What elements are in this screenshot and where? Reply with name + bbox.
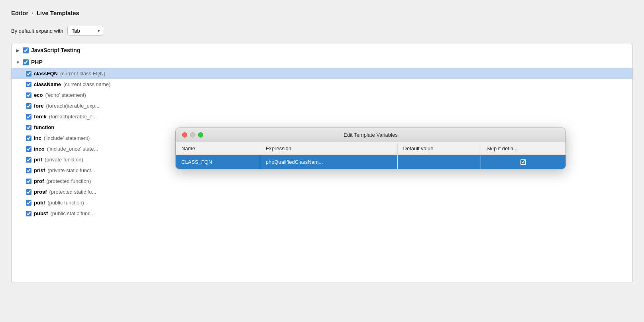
cell-class-fqn-name: CLASS_FQN bbox=[176, 155, 260, 169]
item-name-prosf: prosf bbox=[34, 189, 47, 195]
item-name-classFQN: classFQN bbox=[34, 71, 58, 77]
item-name-pubf: pubf bbox=[34, 200, 45, 206]
checkbox-function[interactable] bbox=[26, 125, 31, 130]
breadcrumb-editor: Editor bbox=[11, 10, 28, 16]
item-name-inc: inc bbox=[34, 135, 41, 141]
item-name-prisf: prisf bbox=[34, 167, 45, 173]
modal-title: Edit Template Variables bbox=[344, 132, 397, 138]
item-name-forek: forek bbox=[34, 114, 47, 120]
expand-icon-js: ▶ bbox=[16, 48, 20, 53]
checkbox-fore[interactable] bbox=[26, 103, 31, 109]
item-desc-className: (current class name) bbox=[63, 81, 110, 87]
item-desc-prof: (protected function) bbox=[46, 178, 91, 184]
col-expression: Expression bbox=[260, 142, 397, 155]
item-desc-inc: ('include' statement) bbox=[44, 135, 90, 141]
checkbox-prof[interactable] bbox=[26, 179, 31, 184]
col-name: Name bbox=[176, 142, 260, 155]
item-pubf[interactable]: pubf (public function) bbox=[12, 197, 632, 208]
item-fore[interactable]: fore (foreach(iterable_exp... bbox=[12, 100, 632, 111]
item-desc-pubf: (public function) bbox=[47, 200, 84, 206]
traffic-lights bbox=[182, 132, 203, 137]
modal-edit-template-variables[interactable]: Edit Template Variables Name Expression … bbox=[175, 128, 566, 169]
breadcrumb-live-templates: Live Templates bbox=[37, 10, 79, 16]
checkbox-prif[interactable] bbox=[26, 157, 31, 163]
cell-class-fqn-expression: phpQualifiedClassNam... bbox=[260, 155, 397, 169]
expand-label: By default expand with bbox=[11, 28, 63, 34]
modal-body: Name Expression Default value Skip if de… bbox=[176, 142, 565, 169]
checkbox-prosf[interactable] bbox=[26, 189, 31, 195]
skip-if-defined-checkbox[interactable] bbox=[520, 159, 526, 165]
item-name-inco: inco bbox=[34, 146, 45, 152]
col-skip-if-defined: Skip if defin... bbox=[481, 142, 565, 155]
expand-select-wrapper[interactable]: Tab Enter Space ▾ bbox=[67, 26, 103, 36]
minimize-button[interactable] bbox=[190, 132, 195, 137]
checkbox-inc[interactable] bbox=[26, 135, 31, 141]
group-php[interactable]: ▼ PHP bbox=[12, 56, 632, 68]
group-label-javascript-testing: JavaScript Testing bbox=[31, 47, 80, 53]
checkbox-php[interactable] bbox=[23, 59, 29, 65]
checkbox-inco[interactable] bbox=[26, 146, 31, 152]
item-desc-classFQN: (current class FQN) bbox=[60, 71, 105, 77]
checkbox-classFQN[interactable] bbox=[26, 71, 31, 77]
item-desc-prisf: (private static funct... bbox=[47, 167, 95, 173]
item-desc-eco: ('echo' statement) bbox=[45, 92, 86, 98]
breadcrumb-separator: › bbox=[31, 10, 33, 16]
cell-class-fqn-skip bbox=[481, 155, 565, 169]
item-name-eco: eco bbox=[34, 92, 43, 98]
item-classFQN[interactable]: classFQN (current class FQN) bbox=[12, 68, 632, 79]
checkbox-prisf[interactable] bbox=[26, 168, 31, 173]
group-javascript-testing[interactable]: ▶ JavaScript Testing bbox=[12, 44, 632, 56]
table-row[interactable]: CLASS_FQN phpQualifiedClassNam... bbox=[176, 155, 565, 169]
item-name-fore: fore bbox=[34, 103, 44, 109]
expand-select[interactable]: Tab Enter Space bbox=[67, 26, 103, 36]
item-desc-prosf: (protected static fu... bbox=[49, 189, 96, 195]
item-prosf[interactable]: prosf (protected static fu... bbox=[12, 187, 632, 197]
expand-icon-php: ▼ bbox=[16, 60, 20, 65]
cell-class-fqn-default bbox=[397, 155, 481, 169]
modal-titlebar: Edit Template Variables bbox=[176, 128, 565, 142]
item-className[interactable]: className (current class name) bbox=[12, 79, 632, 90]
checkbox-forek[interactable] bbox=[26, 114, 31, 120]
item-name-prif: prif bbox=[34, 157, 42, 163]
item-desc-pubsf: (public static func... bbox=[50, 210, 94, 216]
item-desc-inco: ('include_once' state... bbox=[47, 146, 98, 152]
item-pubsf[interactable]: pubsf (public static func... bbox=[12, 208, 632, 219]
close-button[interactable] bbox=[182, 132, 187, 137]
main-panel: Editor › Live Templates By default expan… bbox=[0, 0, 644, 322]
checkbox-eco[interactable] bbox=[26, 92, 31, 98]
checkbox-javascript-testing[interactable] bbox=[23, 47, 29, 53]
item-name-className: className bbox=[34, 81, 61, 87]
checkbox-className[interactable] bbox=[26, 82, 31, 87]
expand-row: By default expand with Tab Enter Space ▾ bbox=[11, 26, 633, 36]
variables-table: Name Expression Default value Skip if de… bbox=[176, 142, 565, 169]
breadcrumb: Editor › Live Templates bbox=[11, 10, 633, 16]
col-default-value: Default value bbox=[397, 142, 481, 155]
item-desc-prif: (private function) bbox=[45, 157, 83, 163]
item-desc-forek: (foreach(iterable_e... bbox=[49, 114, 97, 120]
item-eco[interactable]: eco ('echo' statement) bbox=[12, 90, 632, 100]
item-name-function: function bbox=[34, 124, 54, 130]
item-desc-fore: (foreach(iterable_exp... bbox=[46, 103, 100, 109]
item-name-pubsf: pubsf bbox=[34, 210, 48, 216]
item-name-prof: prof bbox=[34, 178, 44, 184]
skip-check-container bbox=[487, 159, 560, 165]
checkbox-pubf[interactable] bbox=[26, 200, 31, 206]
group-label-php: PHP bbox=[31, 59, 43, 65]
table-header-row: Name Expression Default value Skip if de… bbox=[176, 142, 565, 155]
maximize-button[interactable] bbox=[198, 132, 203, 137]
item-prof[interactable]: prof (protected function) bbox=[12, 176, 632, 187]
item-forek[interactable]: forek (foreach(iterable_e... bbox=[12, 111, 632, 122]
checkbox-pubsf[interactable] bbox=[26, 211, 31, 216]
